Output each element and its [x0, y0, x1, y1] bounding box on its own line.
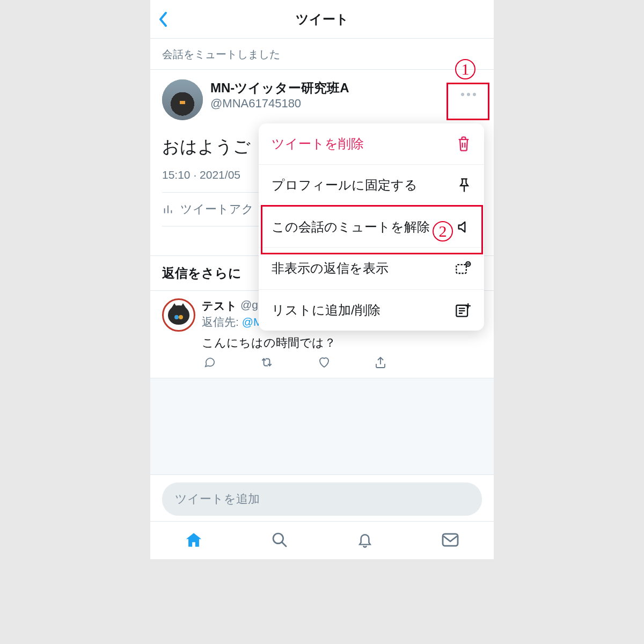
more-options-button[interactable] — [455, 84, 482, 105]
menu-view-hidden-replies[interactable]: 非表示の返信を表示 — [259, 248, 484, 289]
avatar[interactable] — [162, 79, 203, 120]
display-name[interactable]: テスト — [202, 298, 237, 313]
retweet-button[interactable] — [260, 356, 274, 369]
content-gap — [150, 378, 494, 475]
pin-icon — [457, 178, 471, 194]
svg-rect-9 — [456, 265, 466, 273]
menu-delete-tweet[interactable]: ツイートを削除 — [259, 123, 484, 165]
mail-icon — [441, 532, 459, 547]
tweet-action-bar — [204, 356, 482, 369]
svg-point-2 — [473, 93, 476, 96]
svg-line-7 — [282, 542, 286, 546]
user-handle[interactable]: @MNA61745180 — [210, 96, 349, 112]
compose-tweet-input[interactable]: ツイートを追加 — [162, 482, 482, 516]
heart-icon — [318, 356, 331, 368]
header: ツイート — [150, 0, 494, 39]
phone-screen: ツイート 会話をミュートしました MN-ツイッター研究班A @MNA617451… — [150, 0, 494, 559]
tweet-options-menu: ツイートを削除 プロフィールに固定する この会話のミュートを解除 非表示の返信を… — [259, 123, 484, 331]
page-title: ツイート — [296, 11, 349, 28]
svg-point-0 — [461, 93, 464, 96]
reply-icon — [204, 356, 216, 368]
nav-search[interactable] — [271, 531, 288, 548]
search-icon — [271, 531, 288, 548]
compose-area: ツイートを追加 — [150, 475, 494, 521]
nav-notifications[interactable] — [357, 531, 373, 548]
back-button[interactable] — [158, 11, 169, 27]
hidden-replies-icon — [455, 261, 471, 275]
like-button[interactable] — [318, 356, 331, 369]
tweet-text: こんにちはの時間では？ — [202, 335, 482, 351]
reply-button[interactable] — [204, 356, 216, 369]
svg-rect-8 — [443, 534, 458, 546]
home-icon — [185, 531, 203, 548]
analytics-icon — [162, 203, 174, 215]
retweet-icon — [260, 356, 274, 368]
display-name[interactable]: MN-ツイッター研究班A — [210, 79, 349, 96]
share-button[interactable] — [375, 356, 386, 369]
menu-pin-profile[interactable]: プロフィールに固定する — [259, 165, 484, 206]
trash-icon — [456, 136, 471, 152]
menu-add-remove-list[interactable]: リストに追加/削除 — [259, 290, 484, 331]
list-add-icon — [455, 303, 471, 318]
bottom-nav — [150, 521, 494, 559]
mute-status-banner: 会話をミュートしました — [150, 39, 494, 70]
ellipsis-icon — [460, 92, 477, 97]
nav-messages[interactable] — [441, 532, 459, 547]
share-icon — [375, 356, 386, 369]
svg-point-1 — [467, 93, 470, 96]
speaker-icon — [456, 219, 471, 235]
avatar[interactable] — [162, 298, 195, 332]
nav-home[interactable] — [185, 531, 203, 548]
menu-unmute-conversation[interactable]: この会話のミュートを解除 — [259, 207, 484, 248]
bell-icon — [357, 531, 373, 548]
